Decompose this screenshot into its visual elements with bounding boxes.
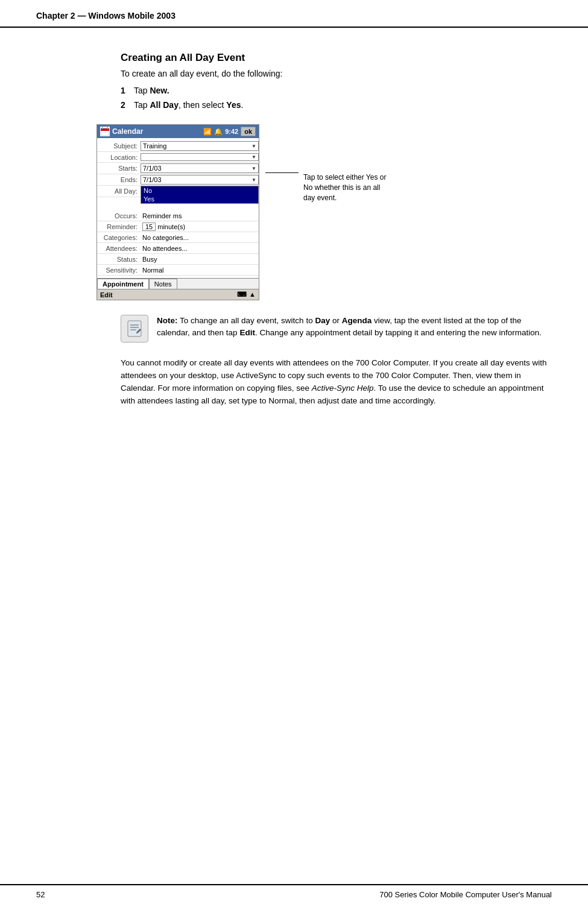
titlebar-left: Calendar xyxy=(100,127,143,136)
step-1-text: Tap New. xyxy=(134,86,552,95)
svg-rect-2 xyxy=(102,127,103,130)
tab-appointment[interactable]: Appointment xyxy=(97,279,149,289)
status-row: Status: Busy xyxy=(97,254,259,265)
location-row: Location: ▼ xyxy=(97,152,259,163)
calendar-app-name: Calendar xyxy=(112,127,143,136)
ends-value[interactable]: 7/1/03 ▼ xyxy=(141,175,259,185)
reminder-value: 15 minute(s) xyxy=(141,223,185,231)
status-label: Status: xyxy=(97,256,141,263)
step-2-text: Tap All Day, then select Yes. xyxy=(134,100,552,110)
allday-option-yes[interactable]: Yes xyxy=(141,195,258,203)
categories-row: Categories: No categories... xyxy=(97,232,259,243)
calendar-app-icon xyxy=(100,127,110,136)
callout-area: Tap to select either Yes or No whether t… xyxy=(265,124,388,203)
svg-rect-3 xyxy=(107,127,108,130)
ends-dropdown-arrow: ▼ xyxy=(251,177,256,183)
attendees-label: Attendees: xyxy=(97,245,141,252)
step-1-number: 1 xyxy=(121,86,130,95)
reminder-row: Reminder: 15 minute(s) xyxy=(97,221,259,232)
note-content: Note: To change an all day event, switch… xyxy=(157,315,552,340)
attendees-value[interactable]: No attendees... xyxy=(141,244,259,253)
subject-value[interactable]: Training ▼ xyxy=(141,141,259,151)
sensitivity-row: Sensitivity: Normal xyxy=(97,265,259,276)
page-footer: 52 700 Series Color Mobile Computer User… xyxy=(0,884,588,904)
titlebar-icons: 📶 🔔 9:42 ok xyxy=(203,127,256,136)
subject-row: Subject: Training ▼ xyxy=(97,141,259,152)
allday-dropdown-menu: No Yes xyxy=(141,186,259,204)
note-text: To change an all day event, switch to Da… xyxy=(157,316,542,337)
status-value: Busy xyxy=(141,255,259,264)
manual-title: 700 Series Color Mobile Computer User's … xyxy=(379,890,552,899)
step-1: 1 Tap New. xyxy=(121,86,552,95)
chapter-label: Chapter 2 — Windows Mobile 2003 xyxy=(36,11,175,21)
edit-bar: Edit ⌨ ▲ xyxy=(97,289,259,300)
keyboard-icon[interactable]: ⌨ xyxy=(237,291,247,298)
attendees-row: Attendees: No attendees... xyxy=(97,243,259,254)
allday-option-no[interactable]: No xyxy=(141,186,258,195)
occurs-row: Occurs: Reminder ms xyxy=(97,210,259,221)
reminder-minutes[interactable]: 15 xyxy=(142,223,156,231)
main-content: Creating an All Day Event To create an a… xyxy=(0,28,588,432)
location-value[interactable]: ▼ xyxy=(141,153,259,161)
note-icon xyxy=(121,315,148,343)
categories-label: Categories: xyxy=(97,234,141,241)
callout-text: Tap to select either Yes or No whether t… xyxy=(303,172,388,203)
intro-text: To create an all day event, do the follo… xyxy=(121,69,552,78)
sound-icon: 🔔 xyxy=(214,128,223,136)
note-label: Note: xyxy=(157,316,178,325)
reminder-unit: minute(s) xyxy=(157,223,185,230)
note-box: Note: To change an all day event, switch… xyxy=(121,315,552,343)
ends-row: Ends: 7/1/03 ▼ xyxy=(97,174,259,186)
page-number: 52 xyxy=(36,890,45,899)
sensitivity-label: Sensitivity: xyxy=(97,267,141,274)
screenshot-container: Calendar 📶 🔔 9:42 ok Subject: Training ▼ xyxy=(96,124,552,300)
reminder-label: Reminder: xyxy=(97,223,141,230)
page-header: Chapter 2 — Windows Mobile 2003 xyxy=(0,0,588,28)
step-2-number: 2 xyxy=(121,100,130,110)
location-dropdown-arrow: ▼ xyxy=(251,154,256,160)
calendar-titlebar: Calendar 📶 🔔 9:42 ok xyxy=(97,125,259,138)
section-heading: Creating an All Day Event xyxy=(121,52,552,64)
allday-row: All Day: Yes ▼ No Yes xyxy=(97,186,259,197)
body-paragraph: You cannot modify or create all day even… xyxy=(121,357,552,408)
svg-rect-4 xyxy=(128,321,141,336)
ok-button[interactable]: ok xyxy=(241,127,256,136)
calendar-form: Subject: Training ▼ Location: ▼ xyxy=(97,138,259,278)
expand-icon[interactable]: ▲ xyxy=(249,291,256,298)
location-label: Location: xyxy=(97,154,141,161)
edit-label[interactable]: Edit xyxy=(100,291,113,298)
allday-label: All Day: xyxy=(97,188,141,195)
editbar-icons: ⌨ ▲ xyxy=(237,291,256,298)
categories-value[interactable]: No categories... xyxy=(141,233,259,242)
callout-line: Tap to select either Yes or No whether t… xyxy=(265,172,388,203)
calendar-screen: Calendar 📶 🔔 9:42 ok Subject: Training ▼ xyxy=(96,124,259,300)
starts-label: Starts: xyxy=(97,165,141,172)
tab-notes[interactable]: Notes xyxy=(149,279,177,289)
calendar-tabs: Appointment Notes xyxy=(97,278,259,289)
signal-icon: 📶 xyxy=(203,128,212,136)
occurs-label: Occurs: xyxy=(97,212,141,220)
starts-dropdown-arrow: ▼ xyxy=(251,166,256,171)
ends-label: Ends: xyxy=(97,176,141,183)
starts-row: Starts: 7/1/03 ▼ xyxy=(97,163,259,174)
step-2: 2 Tap All Day, then select Yes. xyxy=(121,100,552,110)
subject-label: Subject: xyxy=(97,142,141,150)
starts-value[interactable]: 7/1/03 ▼ xyxy=(141,163,259,173)
time-display: 9:42 xyxy=(225,128,238,135)
occurs-value: Reminder ms xyxy=(141,212,259,220)
sensitivity-value: Normal xyxy=(141,266,259,274)
callout-connector xyxy=(265,172,299,173)
subject-dropdown-arrow: ▼ xyxy=(251,144,256,149)
